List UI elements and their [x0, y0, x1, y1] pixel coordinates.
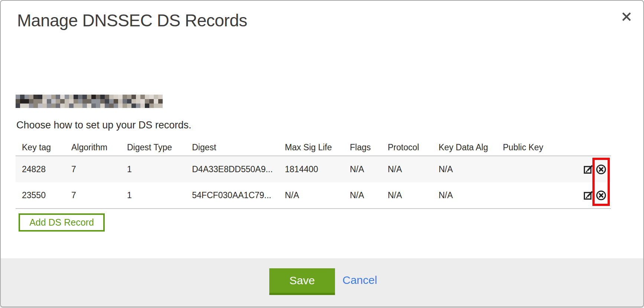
redacted-pixel — [16, 104, 20, 108]
redacted-pixel — [74, 104, 78, 108]
redacted-pixel — [154, 99, 158, 104]
cell-algorithm: 7 — [65, 164, 121, 174]
redacted-pixel — [47, 104, 51, 108]
add-ds-record-button[interactable]: Add DS Record — [19, 213, 105, 232]
redacted-pixel — [114, 99, 118, 104]
redacted-pixel — [118, 104, 123, 108]
redacted-pixel — [60, 95, 65, 99]
redacted-pixel — [158, 95, 163, 99]
redacted-pixel — [109, 104, 114, 108]
redacted-pixel — [78, 99, 82, 104]
cell-key-tag: 23550 — [16, 190, 65, 200]
redacted-pixel — [51, 95, 56, 99]
redacted-pixel — [82, 95, 87, 99]
redacted-pixel — [96, 104, 100, 108]
redacted-pixel — [105, 99, 109, 104]
redacted-pixel — [82, 99, 87, 104]
redacted-pixel — [69, 95, 74, 99]
edit-pencil-square-icon — [583, 196, 593, 201]
redacted-pixel — [149, 99, 154, 104]
redacted-pixel — [140, 104, 145, 108]
redacted-pixel — [78, 95, 82, 99]
redacted-pixel — [136, 95, 140, 99]
redacted-pixel — [16, 95, 20, 99]
redacted-pixel — [158, 99, 163, 104]
redacted-pixel — [56, 95, 60, 99]
cell-key-data-alg: N/A — [432, 164, 497, 174]
edit-record-button[interactable] — [583, 164, 593, 174]
redacted-pixel — [131, 104, 136, 108]
redacted-pixel — [145, 99, 149, 104]
delete-x-circle-icon — [596, 196, 606, 201]
redacted-pixel — [87, 99, 91, 104]
cell-flags: N/A — [344, 164, 381, 174]
redacted-pixel — [154, 104, 158, 108]
cell-digest: D4A33E8DD550A9... — [186, 164, 279, 174]
redacted-pixel — [33, 95, 38, 99]
redacted-pixel — [47, 99, 51, 104]
delete-record-button[interactable] — [596, 164, 606, 175]
redacted-pixel — [127, 99, 131, 104]
redacted-pixel — [91, 95, 96, 99]
redacted-pixel — [65, 104, 69, 108]
redacted-pixel — [109, 95, 114, 99]
redacted-pixel — [158, 104, 163, 108]
redacted-pixel — [69, 99, 74, 104]
redacted-pixel — [123, 95, 127, 99]
close-icon — [622, 17, 631, 23]
page-title: Manage DNSSEC DS Records — [17, 10, 247, 30]
redacted-pixel — [74, 95, 78, 99]
cell-max-sig-life: N/A — [279, 190, 344, 200]
redacted-pixel — [51, 104, 56, 108]
redacted-pixel — [87, 104, 91, 108]
redacted-pixel — [29, 99, 33, 104]
redacted-pixel — [25, 104, 29, 108]
cell-key-tag: 24828 — [16, 164, 65, 174]
redacted-pixel — [127, 104, 131, 108]
cell-algorithm: 7 — [65, 190, 121, 200]
row-actions — [560, 190, 611, 201]
delete-record-button[interactable] — [596, 190, 606, 201]
redacted-pixel — [100, 104, 105, 108]
cell-key-data-alg: N/A — [432, 190, 497, 200]
redacted-pixel — [91, 104, 96, 108]
table-row: 24828 7 1 D4A33E8DD550A9... 1814400 N/A … — [16, 156, 611, 182]
redacted-pixel — [105, 95, 109, 99]
redacted-pixel — [136, 99, 140, 104]
redacted-pixel — [38, 95, 42, 99]
cell-digest-type: 1 — [121, 190, 186, 200]
redacted-pixel — [118, 95, 123, 99]
save-button[interactable]: Save — [269, 268, 335, 295]
edit-pencil-square-icon — [583, 170, 593, 175]
edit-record-button[interactable] — [583, 190, 593, 200]
redacted-pixel — [60, 99, 65, 104]
col-header-key-data-alg: Key Data Alg — [432, 142, 497, 153]
col-header-digest-type: Digest Type — [121, 142, 186, 153]
redacted-pixel — [114, 95, 118, 99]
redacted-pixel — [149, 104, 154, 108]
redacted-pixel — [38, 99, 42, 104]
redacted-pixel — [20, 99, 25, 104]
cell-protocol: N/A — [381, 164, 432, 174]
redacted-domain — [16, 95, 163, 108]
instruction-text: Choose how to set up your DS records. — [16, 119, 191, 131]
redacted-pixel — [42, 104, 47, 108]
row-actions — [560, 164, 611, 175]
dialog-footer: Save Cancel — [1, 258, 643, 307]
cancel-link[interactable]: Cancel — [342, 274, 377, 286]
cell-flags: N/A — [344, 190, 381, 200]
close-button[interactable] — [622, 12, 631, 22]
redacted-pixel — [145, 95, 149, 99]
col-header-max-sig-life: Max Sig Life — [279, 142, 344, 153]
redacted-pixel — [96, 99, 100, 104]
redacted-pixel — [16, 99, 20, 104]
redacted-pixel — [47, 95, 51, 99]
redacted-pixel — [136, 104, 140, 108]
ds-records-table: Key tag Algorithm Digest Type Digest Max… — [16, 140, 611, 209]
col-header-flags: Flags — [344, 142, 381, 153]
redacted-pixel — [154, 95, 158, 99]
redacted-pixel — [33, 99, 38, 104]
redacted-pixel — [123, 104, 127, 108]
redacted-pixel — [29, 95, 33, 99]
redacted-pixel — [65, 99, 69, 104]
